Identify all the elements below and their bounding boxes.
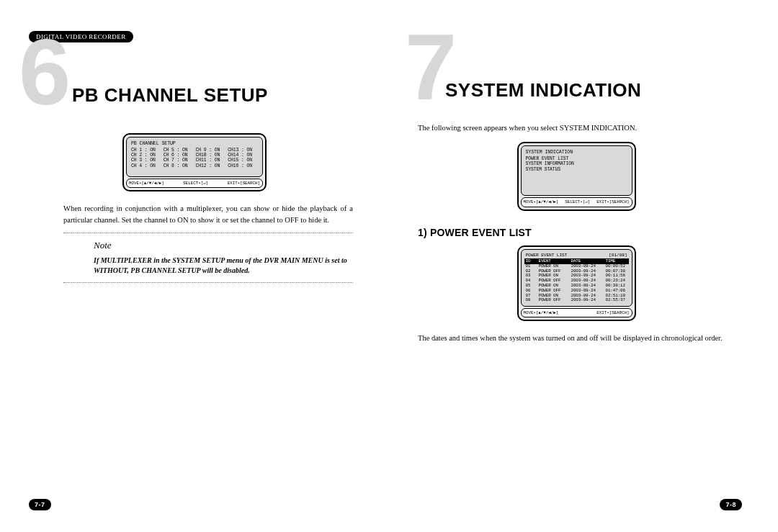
osd-ch: CH 7 : ON [164,158,194,163]
osd-ch: CH 2 : ON [131,153,161,158]
osd-ch: CH10 : ON [196,153,226,158]
chapter-number: 6 [19,25,66,119]
osd-ch: CH 9 : ON [196,148,226,153]
page-number: 7-8 [720,499,742,510]
osd-channel-grid: CH 1 : ON CH 5 : ON CH 9 : ON CH13 : ON … [131,148,258,168]
osd-ch: CH 1 : ON [131,148,161,153]
left-page: DIGITAL VIDEO RECORDER 6 PB CHANNEL SETU… [0,0,389,532]
osd-footer-move: MOVE•[▲/▼/◀/▶] [129,181,164,186]
osd-footer-exit: EXIT•[SEARCH] [596,310,629,316]
osd-ch: CH11 : ON [196,158,226,163]
osd-footer-move: MOVE•[▲/▼/◀/▶] [524,199,559,205]
osd-footer-select: SELECT•[↵] [565,199,590,205]
osd-power-event-list: POWER EVENT LIST [01/08] ID EVENT DATE T… [517,245,636,322]
osd-footer: MOVE•[▲/▼/◀/▶] SELECT•[↵] EXIT•[SEARCH] [126,179,263,188]
right-page: 7 SYSTEM INDICATION The following screen… [389,0,778,532]
page-number: 7-7 [29,499,51,510]
osd-ch: CH 3 : ON [131,158,161,163]
osd-ch: CH 5 : ON [164,148,194,153]
osd-ch: CH 6 : ON [164,153,194,158]
subheading-power-event-list: 1) POWER EVENT LIST [418,225,742,240]
osd-title: SYSTEM INDICATION [526,150,627,155]
intro-paragraph: The following screen appears when you se… [418,122,742,133]
note-body: If MULTIPLEXER in the SYSTEM SETUP menu … [94,256,360,276]
osd-ch: CH 4 : ON [131,163,161,168]
chapter-title: PB CHANNEL SETUP [72,84,268,107]
divider-dotted [63,233,353,233]
osd-menu-item: SYSTEM INFORMATION [526,161,627,166]
chapter-heading-block: 6 PB CHANNEL SETUP [29,47,360,112]
osd-system-indication: SYSTEM INDICATION POWER EVENT LIST SYSTE… [517,142,636,210]
chapter-heading-block: 7 SYSTEM INDICATION [411,42,742,107]
osd-footer-exit: EXIT•[SEARCH] [228,181,260,186]
page-footer: 7-8 [411,499,742,510]
body-paragraph: The dates and times when the system was … [418,333,742,343]
osd-footer: MOVE•[▲/▼/◀/▶] SELECT•[↵] EXIT•[SEARCH] [521,197,632,207]
osd-footer-exit: EXIT•[SEARCH] [596,199,629,205]
osd-pb-channel-setup: PB CHANNEL SETUP CH 1 : ON CH 5 : ON CH … [122,133,267,191]
pel-title: POWER EVENT LIST [526,253,568,258]
note-label: Note [94,239,360,253]
osd-footer: MOVE•[▲/▼/◀/▶] EXIT•[SEARCH] [521,308,632,317]
osd-title: PB CHANNEL SETUP [131,141,258,147]
osd-ch: CH 8 : ON [164,163,194,168]
divider-dotted [63,282,353,283]
osd-ch: CH12 : ON [196,163,226,168]
osd-ch: CH15 : ON [228,158,258,163]
body-paragraph: When recording in conjunction with a mul… [63,203,353,225]
table-row: 08POWER OFF2003-09-2402:55:37 [524,298,629,303]
osd-ch: CH14 : ON [228,153,258,158]
osd-footer-select: SELECT•[↵] [183,181,208,186]
osd-menu-item: SYSTEM STATUS [526,167,627,172]
pel-header: POWER EVENT LIST [01/08] [526,253,627,258]
page-footer: 7-7 [29,499,360,510]
chapter-title: SYSTEM INDICATION [445,79,641,102]
osd-ch: CH13 : ON [228,148,258,153]
pel-page-indicator: [01/08] [609,253,627,258]
osd-menu-item: POWER EVENT LIST [526,156,627,161]
osd-ch: CH16 : ON [228,163,258,168]
osd-footer-move: MOVE•[▲/▼/◀/▶] [524,310,559,316]
page-spread: DIGITAL VIDEO RECORDER 6 PB CHANNEL SETU… [0,0,778,532]
